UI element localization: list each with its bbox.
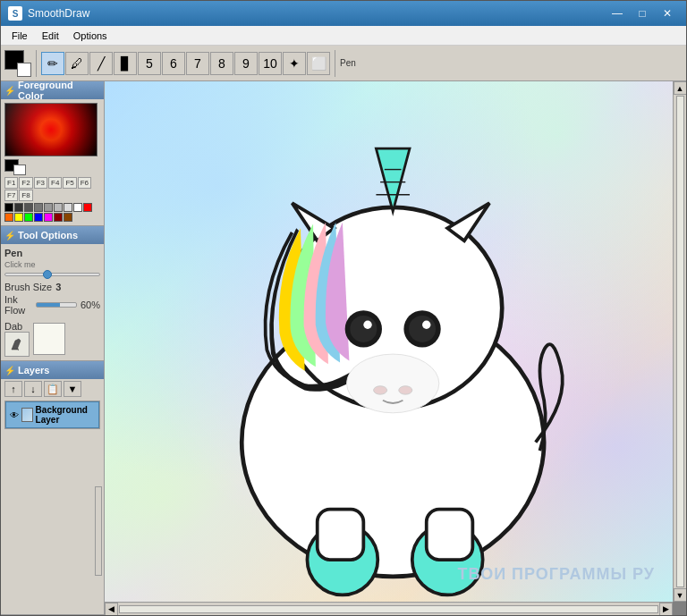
dab-label: Dab [4, 321, 30, 332]
current-tool-name: Pen [4, 248, 100, 258]
layer-menu-button[interactable]: ▼ [64, 381, 81, 397]
pressure-slider-thumb[interactable] [43, 270, 52, 279]
foreground-color-header[interactable]: ⚡ Foreground Color [1, 81, 104, 99]
palette-swatch[interactable] [24, 213, 33, 222]
expand-icon: ⚡ [4, 86, 15, 96]
tool-options-section: ⚡ Tool Options Pen Click me Brush Size 3 [1, 226, 104, 361]
pressure-slider[interactable] [4, 273, 100, 276]
color-swatch-row [4, 159, 100, 175]
palette-swatch[interactable] [64, 213, 72, 222]
tool-10[interactable]: 10 [259, 52, 282, 75]
svg-point-9 [350, 316, 377, 342]
pen-label-area: Pen [340, 58, 356, 68]
window-title: SmoothDraw [28, 7, 89, 20]
palette-swatch[interactable] [44, 213, 53, 222]
tool-brush2[interactable]: ╱ [89, 52, 113, 75]
palette-swatch[interactable] [64, 203, 72, 212]
layer-copy-button[interactable]: 📋 [44, 381, 62, 397]
ink-flow-bar[interactable] [36, 302, 77, 308]
menu-options[interactable]: Options [66, 29, 114, 43]
fn-key-f8[interactable]: F8 [19, 190, 32, 201]
fn-key-f3[interactable]: F3 [34, 177, 47, 189]
palette-swatch[interactable] [34, 213, 43, 222]
palette-swatch[interactable] [34, 203, 43, 212]
scroll-right-arrow[interactable]: ▶ [659, 603, 673, 616]
layer-down-button[interactable]: ↓ [24, 381, 42, 397]
menu-file[interactable]: File [4, 29, 35, 43]
toolbar-separator-2 [335, 50, 335, 77]
scroll-track-h[interactable] [119, 605, 658, 613]
title-bar-left: S SmoothDraw [8, 6, 89, 21]
fn-key-f4[interactable]: F4 [48, 177, 62, 189]
scroll-left-arrow[interactable]: ◀ [105, 603, 118, 616]
palette-swatch[interactable] [73, 203, 82, 212]
fn-key-f6[interactable]: F6 [78, 177, 91, 189]
tool-marker[interactable]: ▊ [114, 52, 137, 75]
scroll-up-arrow[interactable]: ▲ [674, 81, 687, 95]
color-gradient[interactable] [4, 103, 98, 156]
fn-key-f7[interactable]: F7 [4, 190, 18, 201]
layers-list: 👁 Background Layer [4, 401, 100, 429]
layers-header[interactable]: ⚡ Layers [1, 361, 104, 379]
vertical-scrollbar[interactable]: ▲ ▼ [673, 81, 686, 602]
tool-7[interactable]: 7 [186, 52, 209, 75]
palette-swatch[interactable] [24, 203, 33, 212]
background-color-box [17, 63, 31, 77]
tool-options-label: Tool Options [18, 230, 78, 240]
svg-point-16 [399, 386, 412, 394]
menu-edit[interactable]: Edit [35, 29, 66, 43]
scroll-track-v[interactable] [676, 96, 684, 587]
pen-label: Pen [340, 58, 356, 68]
tool-eraser[interactable]: ⬜ [307, 52, 330, 75]
layer-visibility-icon[interactable]: 👁 [10, 410, 19, 420]
expand-icon: ⚡ [4, 366, 15, 376]
brush-size-value: 3 [55, 282, 61, 292]
tool-pen[interactable]: ✏ [41, 52, 64, 75]
tool-5[interactable]: 5 [138, 52, 161, 75]
palette-swatch[interactable] [54, 213, 63, 222]
tool-6[interactable]: 6 [162, 52, 185, 75]
close-button[interactable]: ✕ [656, 5, 679, 21]
tool-8[interactable]: 8 [210, 52, 233, 75]
palette-swatch[interactable] [4, 213, 13, 222]
fn-key-f2[interactable]: F2 [19, 177, 32, 189]
tool-brush1[interactable]: 🖊 [65, 52, 89, 75]
layer-up-button[interactable]: ↑ [4, 381, 22, 397]
tool-options-header[interactable]: ⚡ Tool Options [1, 226, 104, 244]
palette-swatch[interactable] [4, 203, 13, 212]
tool-buttons: ✏ 🖊 ╱ ▊ 5 6 7 8 9 10 ✦ ⬜ [41, 52, 330, 75]
canvas-area[interactable]: ТВОИ ПРОГРАММЫ РУ ▲ ▼ ◀ ▶ [105, 81, 686, 615]
maximize-button[interactable]: □ [631, 5, 654, 21]
minimize-button[interactable]: — [606, 5, 629, 21]
tool-options-content: Pen Click me Brush Size 3 Ink Flow [1, 244, 104, 360]
horizontal-scrollbar[interactable]: ◀ ▶ [105, 602, 673, 615]
color-palette [4, 203, 100, 222]
svg-point-13 [422, 321, 430, 329]
fn-key-f1[interactable]: F1 [4, 177, 18, 189]
active-colors[interactable] [4, 159, 26, 175]
tool-11[interactable]: ✦ [283, 52, 306, 75]
layer-item[interactable]: 👁 Background Layer [5, 401, 99, 428]
palette-swatch[interactable] [44, 203, 53, 212]
svg-rect-20 [427, 510, 473, 560]
pressure-slider-container [4, 273, 100, 276]
unicorn-drawing [105, 81, 673, 602]
expand-icon: ⚡ [4, 231, 15, 240]
scroll-down-arrow[interactable]: ▼ [674, 588, 687, 602]
palette-swatch[interactable] [83, 203, 92, 212]
palette-swatch[interactable] [54, 203, 63, 212]
layers-label: Layers [18, 365, 49, 376]
palette-swatch[interactable] [14, 213, 23, 222]
fn-key-f5[interactable]: F5 [63, 177, 76, 189]
watermark: ТВОИ ПРОГРАММЫ РУ [458, 565, 655, 584]
svg-point-15 [374, 386, 387, 394]
foreground-color-section: ⚡ Foreground Color [1, 81, 104, 226]
layers-scrollbar[interactable] [95, 486, 102, 576]
app-icon: S [8, 6, 22, 21]
dab-icon-box[interactable] [4, 332, 30, 357]
toolbar: ✏ 🖊 ╱ ▊ 5 6 7 8 9 10 ✦ ⬜ Pen [1, 46, 686, 81]
palette-swatch[interactable] [14, 203, 23, 212]
ink-flow-row: Ink Flow 60% [4, 294, 100, 316]
tool-9[interactable]: 9 [234, 52, 258, 75]
color-picker[interactable] [4, 50, 31, 77]
